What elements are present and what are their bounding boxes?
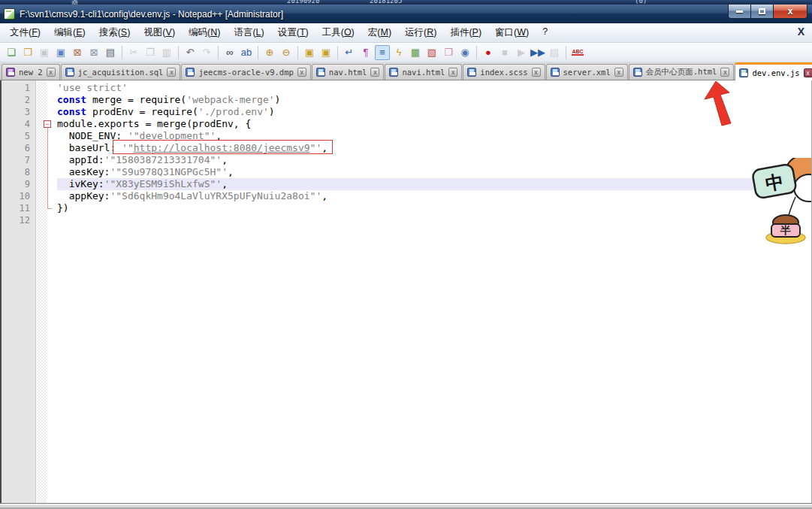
toolbar-separator — [178, 46, 179, 59]
code-segment: './prod.env' — [198, 106, 269, 117]
menu-item-运行R[interactable]: 运行(R) — [398, 23, 443, 42]
tab-jc_acquisition.sql[interactable]: jc_acquisition.sqlx — [61, 64, 181, 80]
tab-nav.html[interactable]: nav.htmlx — [312, 64, 385, 80]
tab-close-icon[interactable]: x — [297, 68, 306, 77]
tab-close-icon[interactable]: x — [448, 68, 457, 77]
close-file-icon: ⊠ — [74, 47, 82, 58]
word-wrap-icon[interactable]: ↵ — [342, 45, 357, 60]
line-number: 7 — [2, 154, 30, 166]
macro-record-icon[interactable]: ● — [481, 45, 496, 60]
document-map-icon[interactable]: ▦ — [408, 45, 423, 60]
file-saved-icon — [633, 68, 642, 77]
tab-close-icon[interactable]: x — [47, 68, 56, 77]
line-number: 12 — [2, 214, 30, 226]
line-number: 9 — [2, 178, 30, 190]
line-number: 5 — [2, 130, 30, 142]
find-icon[interactable]: ∞ — [222, 45, 237, 60]
maximize-button[interactable] — [751, 5, 774, 19]
code-line-2[interactable]: const merge = require('webpack-merge') — [57, 94, 811, 106]
save-all-icon[interactable]: ▣ — [53, 45, 68, 60]
zoom-in-icon: ⊕ — [266, 47, 274, 58]
menu-item-编辑E[interactable]: 编辑(E) — [47, 23, 92, 42]
code-line-1[interactable]: 'use strict' — [57, 82, 811, 94]
editor-area[interactable]: 123456789101112 'use strict'const merge … — [0, 80, 812, 503]
run-external-icon[interactable]: ▧ — [424, 45, 439, 60]
zoom-in-icon[interactable]: ⊕ — [262, 45, 277, 60]
toolbar-separator — [476, 46, 477, 59]
close-button[interactable]: x — [774, 5, 807, 19]
close-document-x[interactable]: X — [795, 26, 807, 38]
menu-item-?[interactable]: ? — [536, 23, 554, 42]
sync-horizontal-icon[interactable]: ▣ — [318, 45, 334, 60]
code-line-8[interactable]: aesKey:'"S9u978Q31NGPGc5H"', — [57, 166, 811, 178]
monitoring-eye-icon[interactable]: ◉ — [457, 45, 472, 60]
indent-guide-icon[interactable]: ≡ — [375, 45, 390, 60]
function-completion-icon[interactable]: ϟ — [391, 45, 406, 60]
folder-workspace-icon[interactable]: ❒ — [441, 45, 456, 60]
macro-run-multiple-icon[interactable]: ▶▶ — [530, 45, 545, 60]
macro-stop-icon[interactable]: ■ — [497, 45, 512, 60]
menu-item-搜索S[interactable]: 搜索(S) — [92, 23, 137, 42]
code-line-9[interactable]: ivKey:'"X83yESM9iShLxfwS"', — [57, 178, 811, 190]
code-line-11[interactable]: }) — [57, 202, 811, 214]
macro-save-icon[interactable]: ▤ — [547, 45, 562, 60]
menu-item-工具O[interactable]: 工具(O) — [315, 23, 361, 42]
tab-close-icon[interactable]: x — [370, 68, 379, 77]
macro-save-icon: ▤ — [550, 47, 559, 58]
save-icon[interactable]: ▣ — [37, 45, 52, 60]
code-segment: '"Sd6qkHm9o4LaVluYRX5pUFyNuiu2a8oi"' — [110, 190, 321, 201]
tab-close-icon[interactable]: x — [532, 68, 541, 77]
show-all-chars-icon[interactable]: ¶ — [358, 45, 373, 60]
menu-item-文件F[interactable]: 文件(F) — [3, 23, 47, 42]
menu-item-设置T[interactable]: 设置(T) — [271, 23, 315, 42]
code-line-12[interactable] — [57, 214, 811, 226]
minimize-button[interactable] — [728, 5, 751, 19]
tab-close-icon[interactable]: x — [167, 68, 176, 77]
title-bar[interactable]: F:\svn1\cmsv9.1-cli1\config\dev.env.js -… — [0, 5, 812, 23]
macro-play-icon[interactable]: ▶ — [514, 45, 529, 60]
paste-icon[interactable]: ▥ — [159, 45, 174, 60]
menu-item-插件P[interactable]: 插件(P) — [443, 23, 488, 42]
file-saved-icon — [467, 68, 476, 77]
macro-record-icon: ● — [485, 47, 491, 58]
tab-close-icon[interactable]: x — [720, 68, 729, 77]
copy-icon[interactable]: ❐ — [143, 45, 158, 60]
redo-icon[interactable]: ↷ — [199, 45, 214, 60]
tab-new 2[interactable]: new 2x — [2, 64, 60, 80]
menu-item-编码N[interactable]: 编码(N) — [182, 23, 227, 42]
tab-jeecms-oracle-v9.dmp[interactable]: jeecms-oracle-v9.dmpx — [181, 64, 310, 80]
print-icon[interactable]: ▤ — [103, 45, 118, 60]
tab-会员中心页面.html[interactable]: 会员中心页面.htmlx — [629, 64, 735, 80]
tab-dev.env.js[interactable]: dev.env.jsx — [735, 62, 812, 80]
close-all-icon[interactable]: ⊠ — [86, 45, 101, 60]
tab-navi.html[interactable]: navi.htmlx — [385, 64, 462, 80]
code-line-10[interactable]: appKey:'"Sd6qkHm9o4LaVluYRX5pUFyNuiu2a8o… — [57, 190, 811, 202]
menu-item-宏M[interactable]: 宏(M) — [361, 23, 398, 42]
fold-collapse-icon[interactable]: − — [44, 120, 51, 128]
tab-server.xml[interactable]: server.xmlx — [546, 64, 628, 80]
tab-index.scss[interactable]: index.scssx — [463, 64, 545, 80]
menu-item-语言L[interactable]: 语言(L) — [227, 23, 270, 42]
sync-vertical-icon[interactable]: ▣ — [302, 45, 317, 60]
code-line-3[interactable]: const prodEnv = require('./prod.env') — [57, 106, 811, 118]
tab-close-icon[interactable]: x — [804, 68, 812, 77]
window-bottom-border — [0, 503, 812, 509]
zoom-out-icon[interactable]: ⊖ — [279, 45, 294, 60]
open-file-icon[interactable]: ❒ — [20, 45, 35, 60]
code-line-7[interactable]: appId:'"1580387213331704"', — [57, 154, 811, 166]
menu-item-视图V[interactable]: 视图(V) — [137, 23, 182, 42]
undo-icon[interactable]: ↶ — [183, 45, 198, 60]
find-icon: ∞ — [226, 47, 233, 58]
replace-icon[interactable]: ab — [239, 45, 254, 60]
cut-icon[interactable]: ✂ — [126, 45, 141, 60]
menu-item-窗口W[interactable]: 窗口(W) — [488, 23, 536, 42]
close-icon: x — [788, 6, 793, 17]
code-segment: , — [222, 178, 228, 189]
spell-check-abc-icon[interactable]: ABC — [570, 45, 585, 60]
tab-close-icon[interactable]: x — [614, 68, 623, 77]
close-file-icon[interactable]: ⊠ — [70, 45, 85, 60]
fold-guide-line — [47, 128, 48, 208]
line-number: 4 — [2, 118, 30, 130]
new-file-icon[interactable]: ❏ — [4, 45, 19, 60]
code-line-4[interactable]: module.exports = merge(prodEnv, { — [57, 118, 811, 130]
